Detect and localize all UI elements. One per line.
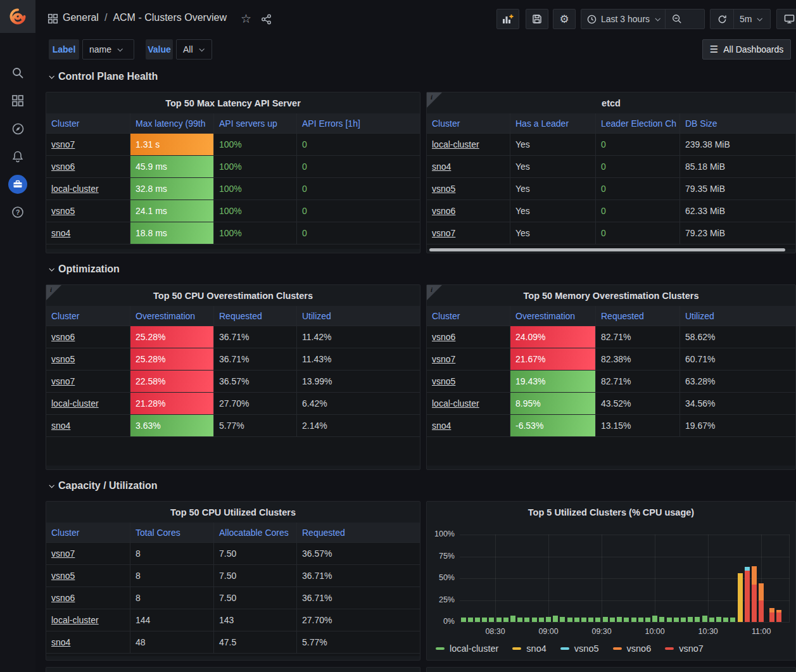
cluster-link[interactable]: vsno6 bbox=[427, 326, 510, 348]
table-cell: 19.43% bbox=[510, 371, 596, 393]
column-header[interactable]: Overestimation bbox=[130, 306, 214, 326]
cluster-link[interactable]: sno4 bbox=[46, 222, 130, 244]
grafana-logo[interactable] bbox=[0, 0, 35, 33]
time-range-picker[interactable]: Last 3 hours bbox=[581, 10, 665, 29]
cluster-link[interactable]: vsno6 bbox=[46, 587, 130, 609]
table-cell: 11.43% bbox=[297, 348, 420, 371]
chart-bar bbox=[588, 618, 593, 622]
cluster-link[interactable]: vsno5 bbox=[427, 371, 510, 393]
help-icon[interactable]: ? bbox=[0, 200, 35, 225]
table-cell: Yes bbox=[510, 156, 596, 178]
cluster-link[interactable]: local-cluster bbox=[46, 393, 130, 415]
breadcrumb-page-title[interactable]: ACM - Clusters Overview bbox=[113, 12, 227, 23]
chevron-down-icon bbox=[49, 73, 54, 79]
cluster-link[interactable]: local-cluster bbox=[427, 134, 510, 156]
cluster-link[interactable]: vsno7 bbox=[427, 222, 510, 244]
column-header[interactable]: DB Size bbox=[680, 113, 795, 134]
dashboard-settings-button[interactable]: ⚙ bbox=[553, 9, 576, 29]
column-header[interactable]: API servers up bbox=[214, 113, 297, 134]
cluster-link[interactable]: local-cluster bbox=[46, 178, 130, 200]
panel-title-text: Top 50 Max Latency API Server bbox=[165, 98, 301, 108]
hamburger-icon: ☰ bbox=[710, 44, 718, 55]
cluster-link[interactable]: sno4 bbox=[427, 156, 510, 178]
bar-segment-local-cluster bbox=[574, 618, 579, 622]
dashboard-grid-icon[interactable] bbox=[47, 13, 58, 27]
alerting-bell-icon[interactable] bbox=[0, 144, 35, 169]
table-cell: 21.67% bbox=[510, 348, 596, 371]
cluster-link[interactable]: local-cluster bbox=[46, 609, 130, 631]
cluster-link[interactable]: vsno6 bbox=[427, 200, 510, 222]
chart-title[interactable]: Top 5 Utilized Clusters (% CPU usage) bbox=[427, 502, 795, 523]
panel-title[interactable]: Top 50 CPU Overestimation Clusters bbox=[46, 285, 420, 306]
column-header[interactable]: Cluster bbox=[427, 306, 510, 326]
table-cell: 24.1 ms bbox=[130, 200, 214, 222]
table-cell: 62.33 MiB bbox=[680, 200, 795, 222]
cluster-link[interactable]: vsno5 bbox=[46, 200, 130, 222]
save-dashboard-button[interactable] bbox=[526, 9, 548, 29]
cluster-link[interactable]: vsno7 bbox=[46, 134, 130, 156]
column-header[interactable]: Allocatable Cores bbox=[214, 523, 297, 543]
legend-item-local-cluster[interactable]: local-cluster bbox=[436, 643, 498, 654]
column-header[interactable]: Requested bbox=[297, 523, 420, 543]
breadcrumb-section[interactable]: General bbox=[63, 12, 99, 23]
cluster-link[interactable]: vsno5 bbox=[46, 348, 130, 371]
column-header[interactable]: Cluster bbox=[46, 113, 130, 134]
legend-item-vsno5[interactable]: vsno5 bbox=[560, 643, 599, 654]
column-header[interactable]: Total Cores bbox=[130, 523, 214, 543]
column-header[interactable]: Cluster bbox=[46, 306, 130, 326]
panel-cpu-overestimation: i Top 50 CPU Overestimation Clusters Clu… bbox=[46, 284, 420, 470]
cluster-link[interactable]: vsno5 bbox=[46, 565, 130, 587]
cluster-link[interactable]: sno4 bbox=[46, 631, 130, 654]
cluster-link[interactable]: local-cluster bbox=[427, 393, 510, 415]
panel-title[interactable]: Top 50 Max Latency API Server bbox=[46, 92, 420, 113]
cluster-link[interactable]: sno4 bbox=[427, 415, 510, 437]
cluster-link[interactable]: vsno7 bbox=[46, 543, 130, 565]
cluster-link[interactable]: vsno6 bbox=[46, 156, 130, 178]
panel-title[interactable]: etcd bbox=[427, 92, 795, 113]
refresh-button[interactable] bbox=[711, 10, 733, 29]
bar-segment-local-cluster bbox=[681, 618, 686, 622]
panel-title[interactable]: Top 50 CPU Utilized Clusters bbox=[46, 502, 420, 523]
section-optimization[interactable]: Optimization bbox=[48, 263, 120, 275]
column-header[interactable]: Max latency (99th bbox=[130, 113, 214, 134]
column-header[interactable]: Utilized bbox=[297, 306, 420, 326]
column-header[interactable]: Overestimation bbox=[510, 306, 596, 326]
cluster-link[interactable]: sno4 bbox=[46, 415, 130, 437]
dashboards-icon[interactable] bbox=[0, 88, 35, 113]
column-header[interactable]: Requested bbox=[596, 306, 680, 326]
legend-item-vsno7[interactable]: vsno7 bbox=[665, 643, 704, 654]
column-header[interactable]: Cluster bbox=[427, 113, 510, 134]
cluster-link[interactable]: vsno5 bbox=[427, 178, 510, 200]
column-header[interactable]: Utilized bbox=[680, 306, 795, 326]
table-cell: 58.62% bbox=[680, 326, 795, 348]
horizontal-scrollbar[interactable] bbox=[429, 248, 785, 251]
panel-title[interactable]: Top 50 Memory Overestimation Clusters bbox=[427, 285, 795, 306]
cluster-link[interactable]: vsno7 bbox=[427, 348, 510, 371]
table-cell: 79.35 MiB bbox=[680, 178, 795, 200]
table-cell: 21.28% bbox=[130, 393, 214, 415]
column-header[interactable]: API Errors [1h] bbox=[297, 113, 420, 134]
share-icon[interactable] bbox=[261, 13, 272, 29]
column-header[interactable]: Leader Election Ch bbox=[596, 113, 680, 134]
bar-segment-local-cluster bbox=[560, 617, 565, 622]
column-header[interactable]: Has a Leader bbox=[510, 113, 596, 134]
legend-item-sno4[interactable]: sno4 bbox=[512, 643, 546, 654]
search-icon[interactable] bbox=[0, 60, 35, 86]
column-header[interactable]: Requested bbox=[214, 306, 297, 326]
add-panel-button[interactable] bbox=[496, 9, 519, 29]
zoom-out-button[interactable] bbox=[665, 10, 688, 29]
explore-compass-icon[interactable] bbox=[0, 116, 35, 141]
kiosk-mode-button[interactable] bbox=[776, 9, 796, 29]
legend-item-vsno6[interactable]: vsno6 bbox=[613, 643, 652, 654]
variable-value-select[interactable]: All bbox=[176, 39, 212, 60]
cluster-link[interactable]: vsno7 bbox=[46, 371, 130, 393]
section-control-plane-health[interactable]: Control Plane Health bbox=[48, 71, 158, 82]
all-dashboards-button[interactable]: ☰ All Dashboards bbox=[702, 39, 791, 60]
refresh-interval-picker[interactable]: 5m bbox=[733, 10, 767, 29]
star-icon[interactable]: ☆ bbox=[241, 11, 251, 27]
column-header[interactable]: Cluster bbox=[46, 523, 130, 543]
acm-app-icon[interactable] bbox=[0, 172, 35, 197]
variable-label-select[interactable]: name bbox=[82, 39, 134, 60]
section-capacity-utilization[interactable]: Capacity / Utilization bbox=[48, 480, 157, 491]
cluster-link[interactable]: vsno6 bbox=[46, 326, 130, 348]
